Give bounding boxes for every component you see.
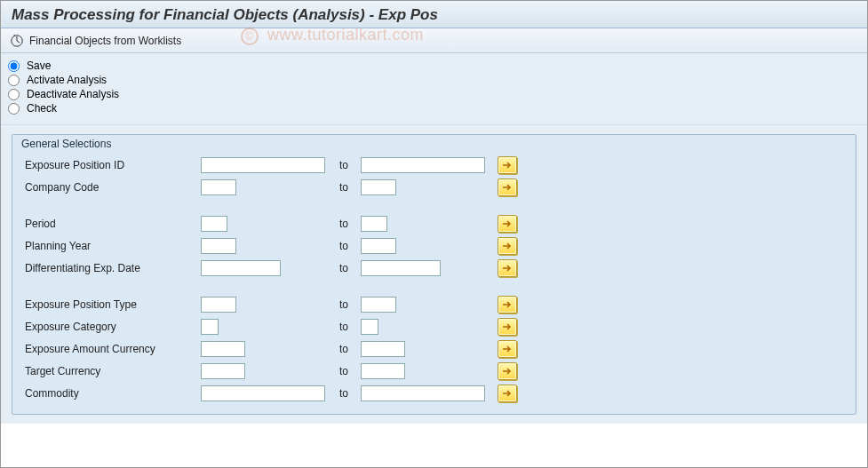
field-row-exposure_position_type: Exposure Position Typeto [23,294,845,315]
field-row-diff_exp_date: Differentiating Exp. Dateto [23,258,845,279]
radio-input-deactivate[interactable] [8,89,20,100]
company_code-multi-select-button[interactable] [498,178,517,196]
arrow-right-icon [502,389,513,398]
radio-label: Check [27,102,57,115]
field-label: Exposure Amount Currency [23,343,201,355]
company_code-to-input[interactable] [361,179,396,195]
to-label: to [334,159,361,171]
to-label: to [334,218,361,230]
exposure_position_type-multi-select-button[interactable] [498,296,517,313]
period-to-input[interactable] [361,216,387,232]
content-area: General Selections Exposure Position IDt… [1,125,867,424]
exposure_amount_ccy-from-input[interactable] [201,341,245,357]
to-label: to [334,298,361,311]
arrow-right-icon [502,264,513,273]
spacer [23,280,845,294]
radio-label: Activate Analysis [27,74,107,86]
exposure_amount_ccy-to-input[interactable] [361,341,405,357]
to-label: to [334,181,361,194]
radio-deactivate[interactable]: Deactivate Analysis [8,87,860,101]
exposure_position_type-from-input[interactable] [201,297,236,313]
diff_exp_date-to-input[interactable] [361,260,441,276]
to-label: to [334,262,361,274]
radio-input-activate[interactable] [8,75,20,86]
radio-label: Save [27,59,51,72]
exposure_category-to-input[interactable] [361,319,378,335]
group-title: General Selections [21,138,111,150]
field-label: Differentiating Exp. Date [23,262,201,274]
page-title: Mass Processing for Financial Objects (A… [12,6,438,23]
field-label: Period [23,218,201,230]
target_currency-to-input[interactable] [361,363,405,379]
field-row-period: Periodto [23,213,845,234]
radio-label: Deactivate Analysis [27,88,119,100]
company_code-from-input[interactable] [201,179,236,195]
to-label: to [334,365,361,377]
to-label: to [334,387,361,400]
exposure_amount_ccy-multi-select-button[interactable] [498,340,517,358]
radio-save[interactable]: Save [8,59,860,73]
arrow-right-icon [502,219,513,228]
radio-activate[interactable]: Activate Analysis [8,73,860,87]
execute-icon[interactable] [10,34,24,48]
planning_year-to-input[interactable] [361,238,396,254]
field-row-exposure_category: Exposure Categoryto [23,316,845,337]
arrow-right-icon [502,183,513,192]
field-row-target_currency: Target Currencyto [23,361,845,382]
to-label: to [334,343,361,355]
target_currency-from-input[interactable] [201,363,245,379]
field-row-exposure_position_id: Exposure Position IDto [23,155,845,176]
period-multi-select-button[interactable] [498,215,517,233]
commodity-to-input[interactable] [361,385,485,401]
target_currency-multi-select-button[interactable] [498,362,517,380]
planning_year-from-input[interactable] [201,238,236,254]
field-row-exposure_amount_ccy: Exposure Amount Currencyto [23,338,845,360]
field-label: Planning Year [23,240,201,252]
field-label: Exposure Position Type [23,298,201,311]
arrow-right-icon [502,345,513,353]
field-row-planning_year: Planning Yearto [23,235,845,257]
action-radio-group: SaveActivate AnalysisDeactivate Analysis… [1,53,867,125]
to-label: to [334,240,361,252]
diff_exp_date-from-input[interactable] [201,260,281,276]
field-label: Exposure Position ID [23,159,201,171]
field-row-company_code: Company Codeto [23,177,845,198]
arrow-right-icon [502,322,513,331]
planning_year-multi-select-button[interactable] [498,237,517,255]
exposure_position_id-from-input[interactable] [201,157,325,173]
arrow-right-icon [502,242,513,250]
field-label: Exposure Category [23,321,201,333]
toolbar-item-worklists[interactable]: Financial Objects from Worklists [29,35,181,47]
arrow-right-icon [502,300,513,309]
arrow-right-icon [502,367,513,376]
field-row-commodity: Commodityto [23,383,845,404]
radio-input-check[interactable] [8,103,20,115]
arrow-right-icon [502,161,513,170]
exposure_position_id-multi-select-button[interactable] [498,156,517,174]
general-selections-group: General Selections Exposure Position IDt… [12,134,856,415]
field-label: Commodity [23,387,201,400]
to-label: to [334,321,361,333]
commodity-from-input[interactable] [201,385,325,401]
field-label: Company Code [23,181,201,194]
title-bar: Mass Processing for Financial Objects (A… [1,1,867,28]
radio-check[interactable]: Check [8,101,860,115]
exposure_category-multi-select-button[interactable] [498,318,517,336]
radio-input-save[interactable] [8,60,20,72]
spacer [23,199,845,213]
commodity-multi-select-button[interactable] [498,385,517,402]
diff_exp_date-multi-select-button[interactable] [498,259,517,277]
exposure_position_type-to-input[interactable] [361,297,396,313]
period-from-input[interactable] [201,216,227,232]
exposure_category-from-input[interactable] [201,319,219,335]
toolbar: Financial Objects from Worklists [1,28,867,53]
exposure_position_id-to-input[interactable] [361,157,485,173]
field-label: Target Currency [23,365,201,377]
